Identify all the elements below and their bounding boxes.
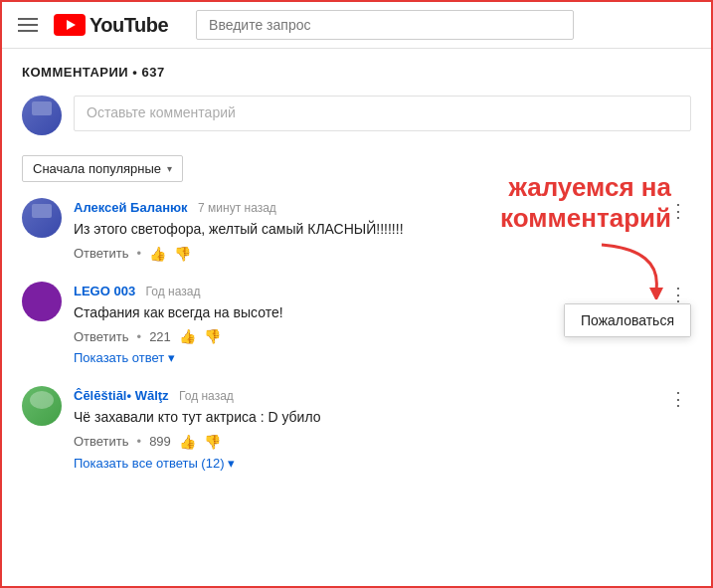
comment-placeholder: Оставьте комментарий xyxy=(87,104,236,120)
comment-item: Ĉēlēštiāl• Wālţz Год назад Чё захавали к… xyxy=(22,386,691,472)
comment-author[interactable]: Ĉēlēštiāl• Wālţz xyxy=(74,388,169,403)
comment-body: Алексей Баланюк 7 минут назад Из этого с… xyxy=(74,198,691,262)
show-replies-button[interactable]: Показать ответ ▾ xyxy=(74,350,175,365)
reply-button[interactable]: Ответить xyxy=(74,434,129,449)
comment-time: Год назад xyxy=(146,285,201,298)
sort-arrow-icon: ▾ xyxy=(167,163,172,174)
comment-menu-button[interactable]: ⋮ xyxy=(665,386,691,412)
search-input[interactable] xyxy=(196,10,574,40)
header: YouTube xyxy=(2,2,711,49)
hamburger-menu[interactable] xyxy=(18,18,38,32)
youtube-icon xyxy=(54,14,86,36)
comment-time: 7 минут назад xyxy=(198,201,276,215)
comment-item: LEGO 003 Год назад Стафания как всегда н… xyxy=(22,282,691,367)
comment-text: Из этого светофора, желтый самый КЛАСНЫЙ… xyxy=(74,220,691,240)
dislike-icon[interactable]: 👎 xyxy=(204,328,221,344)
show-replies-label: Показать все ответы (12) xyxy=(74,456,224,471)
report-button[interactable]: Пожаловаться xyxy=(565,304,690,336)
reply-button[interactable]: Ответить xyxy=(74,246,129,261)
comment-author[interactable]: Алексей Баланюк xyxy=(74,200,188,215)
report-popup: Пожаловаться xyxy=(564,303,691,337)
comment-actions: Ответить • 899 👍 👎 xyxy=(74,434,691,450)
like-icon[interactable]: 👍 xyxy=(179,434,196,450)
comment-text: Чё захавали кто тут актриса : D убило xyxy=(74,408,691,428)
comment-input[interactable]: Оставьте комментарий xyxy=(74,96,691,131)
search-bar[interactable] xyxy=(196,10,574,40)
reply-button[interactable]: Ответить xyxy=(74,329,129,344)
comment-item: Алексей Баланюк 7 минут назад Из этого с… xyxy=(22,198,691,262)
show-replies-arrow-icon: ▾ xyxy=(228,456,235,471)
comment-time: Год назад xyxy=(179,389,234,403)
comments-label: КОММЕНТАРИИ xyxy=(22,65,128,80)
show-replies-button[interactable]: Показать все ответы (12) ▾ xyxy=(74,456,235,471)
sort-row: Сначала популярные ▾ xyxy=(22,155,691,182)
dislike-icon[interactable]: 👎 xyxy=(174,246,191,262)
show-replies-label: Показать ответ xyxy=(74,350,164,365)
comment-author[interactable]: LEGO 003 xyxy=(74,284,135,298)
sort-label: Сначала популярные xyxy=(33,161,161,176)
logo-text: YouTube xyxy=(89,14,168,37)
comment-menu-button[interactable]: ⋮ xyxy=(665,198,691,224)
comments-header: КОММЕНТАРИИ • 637 xyxy=(22,65,691,80)
comment-avatar xyxy=(22,282,62,321)
comment-avatar xyxy=(22,198,62,238)
comments-count: 637 xyxy=(141,65,164,80)
show-replies-arrow-icon: ▾ xyxy=(168,350,175,365)
main-content: КОММЕНТАРИИ • 637 Оставьте комментарий С… xyxy=(2,49,711,507)
sort-button[interactable]: Сначала популярные ▾ xyxy=(22,155,183,182)
comment-actions: Ответить • 👍 👎 xyxy=(74,246,691,262)
user-avatar xyxy=(22,96,62,135)
dislike-icon[interactable]: 👎 xyxy=(204,434,221,450)
like-count: 899 xyxy=(149,434,171,449)
comments-list: Алексей Баланюк 7 минут назад Из этого с… xyxy=(22,198,691,472)
like-icon[interactable]: 👍 xyxy=(149,246,166,262)
comment-avatar xyxy=(22,386,62,426)
like-icon[interactable]: 👍 xyxy=(179,328,196,344)
new-comment-row: Оставьте комментарий xyxy=(22,96,691,135)
like-count: 221 xyxy=(149,329,171,344)
youtube-logo[interactable]: YouTube xyxy=(54,14,168,37)
comment-body: Ĉēlēštiāl• Wālţz Год назад Чё захавали к… xyxy=(74,386,691,472)
